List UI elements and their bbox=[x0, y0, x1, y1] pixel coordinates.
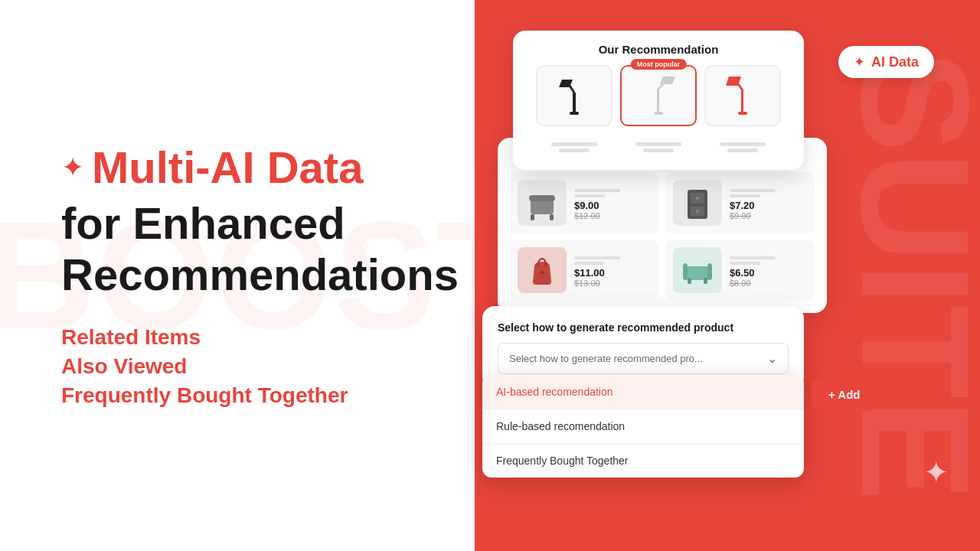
svg-marker-7 bbox=[660, 77, 675, 84]
most-popular-badge: Most popular bbox=[631, 59, 687, 70]
dropdown-option-3[interactable]: Frequently Bought Together bbox=[482, 444, 804, 478]
svg-rect-0 bbox=[570, 112, 579, 115]
svg-rect-8 bbox=[738, 112, 747, 115]
av-price-sale-2: $7.20 bbox=[730, 200, 807, 211]
headline-colored: Multi-AI Data bbox=[92, 143, 363, 192]
sparkle-decoration-br: ✦ bbox=[923, 455, 949, 490]
svg-rect-1 bbox=[573, 93, 576, 112]
products-row: Most popular bbox=[525, 65, 792, 126]
svg-rect-15 bbox=[550, 214, 554, 220]
av-info-1: $9.00 $12.00 bbox=[574, 186, 652, 220]
av-thumb-1 bbox=[518, 180, 567, 226]
headline-line1: for Enhanced bbox=[61, 198, 345, 248]
av-price-orig-3: $13.00 bbox=[574, 279, 652, 288]
feature-item-2: Also Viewed bbox=[61, 354, 459, 379]
svg-rect-4 bbox=[654, 112, 663, 115]
av-thumb-4 bbox=[673, 247, 722, 293]
av-item-3: $11.00 $13.00 bbox=[510, 240, 659, 301]
left-section: ✦ Multi-AI Data for Enhanced Recommendat… bbox=[0, 0, 505, 551]
headline-line2: Recommendations bbox=[61, 249, 459, 299]
add-button[interactable]: + Add bbox=[812, 379, 877, 410]
ai-data-label: AI Data bbox=[871, 54, 919, 70]
av-price-sale-4: $6.50 bbox=[730, 267, 807, 279]
features-list: Related Items Also Viewed Frequently Bou… bbox=[61, 325, 459, 408]
recommendation-card: Our Recommendation Most popular bbox=[513, 31, 804, 170]
lamp-icon-2 bbox=[640, 73, 677, 118]
av-thumb-2 bbox=[673, 180, 722, 226]
ai-sparkle-icon: ✦ bbox=[854, 54, 865, 70]
svg-rect-9 bbox=[741, 90, 743, 112]
product-thumb-3 bbox=[704, 65, 781, 126]
av-info-3: $11.00 $13.00 bbox=[574, 253, 652, 288]
svg-rect-25 bbox=[688, 278, 691, 284]
av-price-sale-1: $9.00 bbox=[574, 200, 652, 211]
product-thumb-1 bbox=[536, 65, 612, 126]
also-viewed-grid: $9.00 $12.00 $7.20 bbox=[510, 172, 815, 301]
product-info-3 bbox=[704, 140, 781, 155]
svg-rect-13 bbox=[529, 195, 555, 201]
av-info-2: $7.20 $9.00 bbox=[730, 186, 807, 220]
feature-item-1: Related Items bbox=[61, 325, 459, 350]
av-price-orig-4: $8.00 bbox=[730, 279, 807, 288]
headline-black: for Enhanced Recommendations bbox=[61, 198, 459, 300]
bag-icon bbox=[523, 251, 561, 289]
av-item-1: $9.00 $12.00 bbox=[510, 172, 659, 233]
av-thumb-3 bbox=[518, 247, 567, 293]
cabinet-icon bbox=[678, 184, 717, 222]
svg-rect-21 bbox=[540, 271, 544, 274]
product-info-2 bbox=[620, 140, 697, 155]
svg-rect-5 bbox=[657, 89, 659, 112]
svg-point-19 bbox=[696, 197, 699, 200]
dropdown-option-1[interactable]: AI-based recomendation bbox=[482, 375, 804, 409]
lamp-icon-1 bbox=[556, 73, 593, 118]
chevron-down-icon: ⌄ bbox=[767, 351, 777, 366]
av-price-orig-1: $12.00 bbox=[574, 211, 652, 220]
recommendation-title: Our Recommendation bbox=[525, 43, 792, 56]
av-price-orig-2: $9.00 bbox=[730, 211, 807, 220]
av-info-4: $6.50 $8.00 bbox=[730, 253, 807, 288]
chair-icon bbox=[523, 184, 561, 222]
svg-rect-23 bbox=[683, 263, 688, 280]
sparkle-icon: ✦ bbox=[61, 154, 84, 181]
av-item-4: $6.50 $8.00 bbox=[665, 240, 815, 301]
headline-row: ✦ Multi-AI Data bbox=[61, 143, 459, 192]
right-section: ✦ AI Data Our Recommendation Most popula… bbox=[475, 0, 980, 551]
svg-rect-24 bbox=[707, 263, 712, 280]
lamp-icon-3 bbox=[724, 73, 761, 118]
dropdown-selector[interactable]: Select how to generate recommended pro..… bbox=[498, 343, 789, 374]
ai-data-badge: ✦ AI Data bbox=[838, 46, 934, 78]
av-price-sale-3: $11.00 bbox=[574, 267, 652, 279]
armchair-icon bbox=[678, 251, 717, 289]
feature-item-3: Frequently Bought Together bbox=[61, 383, 459, 408]
svg-rect-14 bbox=[531, 214, 534, 220]
svg-rect-26 bbox=[704, 278, 707, 284]
dropdown-option-2[interactable]: Rule-based recomendation bbox=[482, 409, 804, 444]
svg-point-20 bbox=[696, 210, 699, 213]
dropdown-placeholder: Select how to generate recommended pro..… bbox=[509, 353, 703, 364]
dropdown-question: Select how to generate recommended produ… bbox=[498, 321, 789, 334]
av-item-2: $7.20 $9.00 bbox=[665, 172, 815, 233]
dropdown-options-panel: AI-based recomendation Rule-based recome… bbox=[482, 375, 804, 478]
product-thumb-2: Most popular bbox=[620, 65, 697, 126]
product-info-1 bbox=[536, 140, 612, 155]
